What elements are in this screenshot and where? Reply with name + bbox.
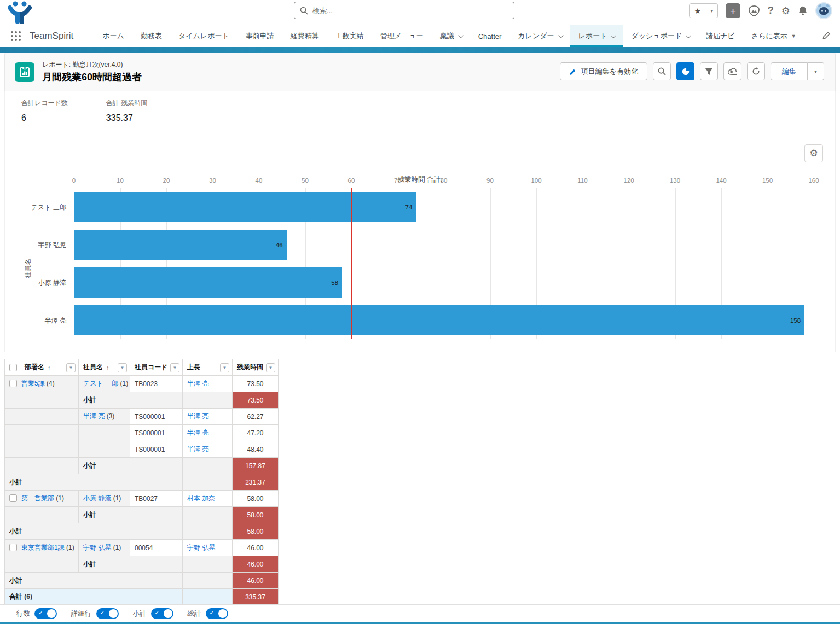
table-cell: 73.50 (233, 376, 279, 392)
column-header-2[interactable]: 社員コード▼ (130, 359, 183, 376)
nav-tab-3[interactable]: 事前申請 (237, 25, 282, 47)
row-checkbox[interactable] (9, 544, 17, 551)
bar[interactable]: 58 (74, 267, 342, 298)
chart-area: 0102030405060708090100110120130140150160… (74, 173, 814, 339)
filter-button[interactable] (700, 62, 718, 80)
cell-text: 00054 (135, 544, 153, 552)
nav-tab-1[interactable]: 勤務表 (132, 25, 170, 47)
toggle-chart-button[interactable] (676, 62, 694, 80)
bar-value-label: 74 (405, 204, 413, 211)
nav-tab-7[interactable]: 稟議 (432, 25, 470, 47)
column-menu-button[interactable]: ▼ (220, 363, 229, 372)
cell-link[interactable]: 宇野 弘晃 (187, 544, 215, 551)
nav-tab-12[interactable]: 諸届ナビ (698, 25, 743, 47)
help-button[interactable]: ? (768, 5, 774, 16)
table-cell (5, 409, 79, 425)
nav-tab-label: ホーム (102, 31, 124, 41)
global-add-button[interactable]: ＋ (726, 3, 740, 18)
cell-link[interactable]: 小原 静流 (83, 494, 111, 502)
nav-tab-4[interactable]: 経費精算 (282, 25, 327, 47)
notifications-button[interactable] (798, 5, 808, 16)
footer-toggle-0: 行数✓ (16, 608, 57, 619)
table-cell: TS000001 (130, 409, 183, 425)
bar[interactable]: 46 (74, 230, 287, 260)
x-tick-label: 90 (486, 177, 494, 184)
chart-panel: ⚙ 残業時間 合計: 社員名 0102030405060708090100110… (4, 133, 836, 352)
cell-text: 73.50 (247, 396, 263, 404)
enable-field-editing-button[interactable]: 項目編集を有効化 (560, 62, 647, 80)
toggle-switch[interactable]: ✓ (34, 608, 57, 619)
nav-tab-9[interactable]: カレンダー (509, 25, 570, 47)
nav-tab-13[interactable]: さらに表示▼ (743, 25, 804, 47)
nav-tab-8[interactable]: Chatter (470, 25, 510, 47)
column-header-4[interactable]: 残業時間▼ (233, 359, 279, 376)
column-header-1[interactable]: 社員名↑▼ (79, 359, 130, 376)
nav-tab-0[interactable]: ホーム (94, 25, 132, 47)
column-menu-button[interactable]: ▼ (66, 363, 76, 372)
cell-count: (6) (22, 593, 32, 600)
cell-text: 58.00 (247, 495, 263, 503)
cell-link[interactable]: 東京営業部1課 (21, 544, 65, 551)
cell-link[interactable]: テスト 三郎 (83, 380, 118, 387)
toggle-switch[interactable]: ✓ (206, 608, 228, 619)
cell-link[interactable]: 半澤 亮 (187, 445, 208, 453)
find-in-report-button[interactable] (653, 62, 671, 80)
user-avatar[interactable] (815, 2, 832, 19)
favorites-star-button[interactable]: ★ (689, 3, 706, 18)
table-cell: 62.27 (233, 409, 279, 425)
table-cell: 宇野 弘晃 (183, 540, 233, 556)
bar-category-label: 宇野 弘晃 (5, 240, 66, 249)
column-header-0[interactable]: 部署名↑▼ (5, 359, 79, 376)
column-menu-button[interactable]: ▼ (118, 363, 127, 372)
edit-button[interactable]: 編集 (771, 62, 808, 80)
column-header-3[interactable]: 上長▼ (183, 359, 233, 376)
column-menu-button[interactable]: ▼ (170, 363, 179, 372)
nav-tab-2[interactable]: タイムレポート (170, 25, 237, 47)
cell-link[interactable]: 第一営業部 (21, 494, 54, 502)
cell-link[interactable]: 半澤 亮 (187, 412, 208, 420)
bar[interactable]: 158 (74, 305, 804, 335)
cell-link[interactable]: 営業5課 (21, 380, 45, 387)
table-cell: 村本 加奈 (183, 491, 233, 507)
search-input[interactable] (312, 7, 508, 15)
cell-text: TB0027 (135, 495, 158, 503)
nav-tab-11[interactable]: ダッシュボード (623, 25, 698, 47)
metric-total-overtime: 合計 残業時間 335.37 (106, 98, 147, 123)
nav-tab-5[interactable]: 工数実績 (327, 25, 372, 47)
cell-link[interactable]: 半澤 亮 (187, 429, 208, 436)
table-cell (130, 523, 183, 540)
x-tick-label: 80 (441, 177, 448, 184)
toggle-switch[interactable]: ✓ (96, 608, 119, 619)
edit-dropdown-button[interactable]: ▾ (808, 62, 824, 80)
table-cell (130, 589, 183, 605)
nav-tab-10[interactable]: レポート (570, 25, 623, 47)
nav-edit-button[interactable] (822, 31, 831, 42)
table-row: 営業5課 (4)テスト 三郎 (1)TB0023半澤 亮73.50 (5, 376, 279, 392)
toggle-switch[interactable]: ✓ (151, 608, 173, 619)
bar[interactable]: 74 (74, 192, 416, 222)
setup-button[interactable]: ⚙ (781, 5, 790, 17)
caret-down-icon: ▼ (791, 33, 796, 39)
utility-icons: ★ ▾ ＋ ? ⚙ (689, 2, 832, 19)
chart-plot: テスト 三郎74宇野 弘晃46小原 静流58半澤 亮158 (74, 188, 814, 339)
trailhead-button[interactable] (748, 5, 760, 16)
favorites-dropdown-button[interactable]: ▾ (706, 3, 718, 18)
footer-toggle-1: 詳細行✓ (71, 608, 119, 619)
table-row: 小計73.50 (5, 392, 279, 409)
column-menu-button[interactable]: ▼ (266, 363, 275, 372)
app-launcher-button[interactable] (10, 25, 22, 47)
row-checkbox[interactable] (9, 380, 17, 387)
bar-row: テスト 三郎74 (74, 188, 814, 226)
cell-link[interactable]: 宇野 弘晃 (83, 544, 111, 551)
row-checkbox[interactable] (9, 494, 17, 502)
subscribe-button[interactable] (723, 62, 741, 80)
nav-tab-6[interactable]: 管理メニュー (372, 25, 432, 47)
cell-link[interactable]: 半澤 亮 (187, 380, 208, 387)
nav-tab-label: 経費精算 (291, 31, 319, 41)
select-all-checkbox[interactable] (9, 364, 17, 371)
refresh-button[interactable] (747, 62, 765, 80)
chart-settings-button[interactable]: ⚙ (804, 144, 823, 162)
cell-link[interactable]: 村本 加奈 (187, 494, 215, 502)
cell-link[interactable]: 半澤 亮 (83, 412, 105, 420)
global-search (294, 2, 514, 19)
